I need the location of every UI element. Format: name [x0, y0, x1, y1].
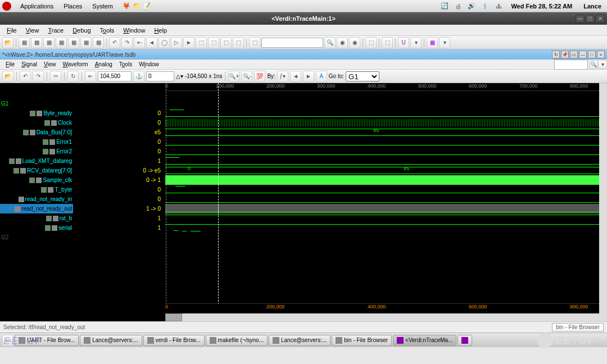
signal-row[interactable]: T_byte — [0, 185, 73, 194]
value-panel[interactable]: 0 0 e5 0 0 1 0 -> e5 0 -> 1 0 0 1 -> 0 1… — [73, 83, 165, 321]
signal-panel[interactable]: G1 Byte_ready Clock Data_Bus[7:0] Error1… — [0, 83, 73, 321]
clock[interactable]: Wed Feb 28, 5:22 AM — [508, 3, 576, 10]
subwin-close-icon[interactable]: × — [597, 51, 605, 58]
nwave-menu-signal[interactable]: Signal — [18, 61, 40, 68]
update-icon[interactable]: 🔄 — [440, 2, 449, 11]
h-scrollbar[interactable] — [165, 313, 599, 321]
menu-file[interactable]: File — [2, 26, 21, 35]
signal-group-g2[interactable]: G2 — [0, 233, 73, 242]
time-cursor-2[interactable] — [166, 83, 166, 321]
nwave-menu-window[interactable]: Window — [135, 61, 162, 68]
task-button-active[interactable]: <Verdi:nTraceMa... — [393, 335, 456, 346]
stop-icon[interactable]: ◯ — [158, 37, 170, 48]
search-next-icon[interactable]: ► — [303, 71, 314, 82]
misc1-icon[interactable]: ⬚ — [365, 37, 377, 48]
zoom-out-icon[interactable]: 🔍- — [241, 71, 252, 82]
nav5-icon[interactable]: ▦ — [68, 37, 79, 48]
first-icon[interactable]: ⇤ — [134, 37, 145, 48]
maximize-button[interactable]: □ — [586, 15, 595, 22]
tool-a-icon[interactable]: ⬚ — [196, 37, 207, 48]
back-icon[interactable]: ↶ — [109, 37, 120, 48]
anchor-icon[interactable]: ⚓ — [133, 71, 144, 82]
subwin-max-icon[interactable]: □ — [588, 51, 596, 58]
system-menu[interactable]: System — [88, 2, 117, 11]
menu-window[interactable]: Window — [119, 26, 150, 35]
signal-row[interactable]: Error1 — [0, 137, 73, 147]
menu-debug[interactable]: Debug — [68, 26, 95, 35]
search-icon[interactable]: 🔍 — [324, 37, 336, 48]
volume-icon[interactable]: 🔊 — [467, 2, 476, 11]
find-a-icon[interactable]: ◉ — [337, 37, 348, 48]
signal-row[interactable]: Sample_clk — [0, 175, 73, 185]
signal-row[interactable]: read_not_ready_in — [0, 194, 73, 204]
by-mode-icon[interactable]: ƒ▾ — [277, 71, 288, 82]
signal-row[interactable]: Byte_ready — [0, 108, 73, 118]
cut-icon[interactable]: ✂ — [50, 71, 61, 82]
prev-icon[interactable]: ◄ — [146, 37, 157, 48]
cursor2-input[interactable] — [146, 71, 174, 81]
signal-row[interactable]: serial — [0, 223, 73, 233]
printer-icon[interactable]: 🖨 — [454, 2, 463, 11]
signal-row[interactable]: Error2 — [0, 147, 73, 156]
search-all-icon[interactable]: A — [316, 71, 327, 82]
time-ruler[interactable]: 0 100,000 200,000 300,000 400,000 500,00… — [165, 83, 599, 91]
nav4-icon[interactable]: ▦ — [56, 37, 67, 48]
notes-icon[interactable]: 📝 — [142, 2, 151, 11]
nwave-menu-icon[interactable]: ▾ — [598, 60, 607, 69]
task-button[interactable]: Lance@servers:... — [80, 335, 142, 346]
redhat-logo-icon[interactable] — [2, 2, 11, 11]
tool-d-icon[interactable]: ⬚ — [233, 37, 244, 48]
tool-e-icon[interactable]: ⬚ — [249, 37, 260, 48]
wave-open-icon[interactable]: 📂 — [2, 71, 13, 82]
tool-b-icon[interactable]: ⬚ — [208, 37, 219, 48]
signal-row[interactable]: Data_Bus[7:0] — [0, 128, 73, 137]
signal-row[interactable]: Load_XMT_datareg — [0, 156, 73, 166]
task-button[interactable]: bin - File Browser — [332, 335, 392, 346]
nwave-menu-file[interactable]: File — [2, 61, 18, 68]
task-button[interactable]: Lance@servers:... — [269, 335, 330, 346]
places-menu[interactable]: Places — [59, 2, 87, 11]
goto-select[interactable]: G1 — [346, 71, 379, 81]
nwave-menu-view[interactable]: View — [40, 61, 60, 68]
bluetooth-icon[interactable]: ᛒ — [481, 2, 490, 11]
nwave-search-input[interactable] — [554, 60, 588, 70]
next-icon[interactable]: ► — [183, 37, 194, 48]
menu-help[interactable]: Help — [150, 26, 171, 35]
nwave-menu-tools[interactable]: Tools — [116, 61, 135, 68]
signal-group-g1[interactable]: G1 — [0, 99, 73, 108]
nav6-icon[interactable]: ▦ — [80, 37, 92, 48]
menu-tools[interactable]: Tools — [96, 26, 119, 35]
task-button[interactable]: verdi - File Brow... — [143, 335, 205, 346]
menu-trace[interactable]: Trace — [43, 26, 68, 35]
wave-dd-icon[interactable]: ▾ — [439, 37, 450, 48]
zoom-100-icon[interactable]: 💯 — [254, 71, 265, 82]
user-menu[interactable]: Lance — [580, 3, 605, 10]
cursor-first-icon[interactable]: ⇤ — [85, 71, 96, 82]
menu-view[interactable]: View — [21, 26, 44, 35]
time-cursor[interactable] — [218, 83, 219, 321]
waveform-canvas[interactable]: 0 100,000 200,000 300,000 400,000 500,00… — [165, 83, 599, 321]
applications-menu[interactable]: Applications — [16, 2, 58, 11]
close-button[interactable]: × — [596, 15, 605, 22]
task-button[interactable]: makefile (~/syno... — [206, 335, 268, 346]
find-b-icon[interactable]: ◉ — [349, 37, 360, 48]
nav3-icon[interactable]: ▦ — [43, 37, 55, 48]
signal-row[interactable]: RCV_datareg[7:0] — [0, 166, 73, 175]
open-icon[interactable]: 📂 — [2, 37, 13, 48]
launcher-icon[interactable]: 📁 — [132, 2, 141, 11]
search-prev-icon[interactable]: ◄ — [290, 71, 301, 82]
uvm-icon[interactable]: U — [398, 37, 409, 48]
nav1-icon[interactable]: ▦ — [19, 37, 30, 48]
misc2-icon[interactable]: ⬚ — [382, 37, 393, 48]
subwin-refresh-icon[interactable]: ↻ — [552, 51, 560, 58]
nav2-icon[interactable]: ▦ — [31, 37, 42, 48]
redo-icon[interactable]: ↷ — [33, 71, 44, 82]
undo-icon[interactable]: ↶ — [20, 71, 31, 82]
nav7-icon[interactable]: ▦ — [93, 37, 104, 48]
v-scrollbar[interactable] — [599, 83, 607, 321]
zoom-in-icon[interactable]: 🔍+ — [228, 71, 239, 82]
nwave-search-icon[interactable]: 🔍 — [589, 60, 598, 69]
firefox-icon[interactable]: 🦊 — [122, 2, 131, 11]
subwin-pin-icon[interactable]: 📌 — [561, 51, 569, 58]
uvm-dd-icon[interactable]: ▾ — [410, 37, 422, 48]
